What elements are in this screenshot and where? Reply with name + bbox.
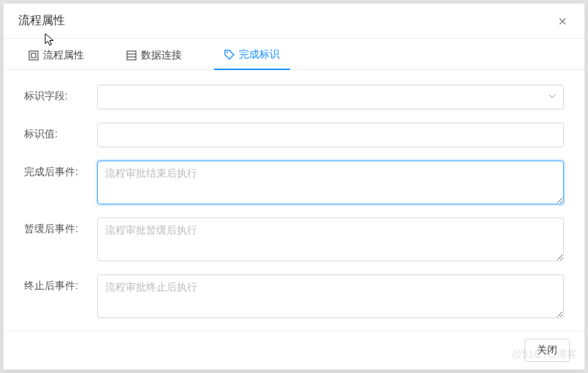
svg-rect-2	[127, 51, 136, 60]
svg-rect-0	[29, 51, 38, 60]
dialog-title: 流程属性	[18, 13, 65, 28]
data-connection-icon	[126, 50, 137, 61]
textarea-after-complete[interactable]	[97, 161, 564, 204]
tab-process-properties[interactable]: 流程属性	[18, 39, 94, 70]
process-properties-dialog: 流程属性 × 流程属性 数据连接 完成标识 标识字段:	[3, 3, 585, 370]
input-flag-value[interactable]	[97, 123, 564, 147]
label-after-terminate: 终止后事件:	[24, 274, 97, 293]
tab-label: 流程属性	[43, 49, 84, 62]
form-body: 标识字段: 标识值: 完成后事件: 暂缓后事件: 终止后事件:	[4, 70, 584, 331]
select-flag-field[interactable]	[97, 85, 564, 109]
label-flag-value: 标识值:	[24, 123, 97, 141]
row-flag-value: 标识值:	[24, 123, 564, 147]
row-after-complete: 完成后事件:	[24, 161, 564, 204]
tab-label: 完成标识	[239, 48, 280, 61]
close-button[interactable]: 关闭	[524, 339, 570, 362]
row-flag-field: 标识字段:	[24, 85, 564, 109]
tab-completion-flag[interactable]: 完成标识	[214, 39, 290, 70]
tab-label: 数据连接	[141, 49, 182, 62]
tag-icon	[224, 50, 234, 60]
label-after-complete: 完成后事件:	[24, 161, 97, 179]
textarea-after-defer[interactable]	[97, 218, 564, 261]
properties-icon	[28, 50, 39, 61]
tab-data-connection[interactable]: 数据连接	[116, 39, 192, 70]
label-after-defer: 暂缓后事件:	[24, 218, 97, 236]
row-after-terminate: 终止后事件:	[24, 274, 564, 318]
close-icon[interactable]: ×	[555, 14, 570, 28]
chevron-down-icon	[549, 92, 556, 102]
row-after-defer: 暂缓后事件:	[24, 218, 564, 261]
dialog-header: 流程属性 ×	[4, 4, 584, 39]
textarea-after-terminate[interactable]	[97, 274, 564, 318]
svg-rect-1	[31, 53, 36, 58]
label-flag-field: 标识字段:	[24, 85, 97, 103]
dialog-footer: 关闭	[4, 331, 584, 369]
tab-bar: 流程属性 数据连接 完成标识	[4, 39, 584, 70]
svg-point-5	[226, 52, 228, 53]
